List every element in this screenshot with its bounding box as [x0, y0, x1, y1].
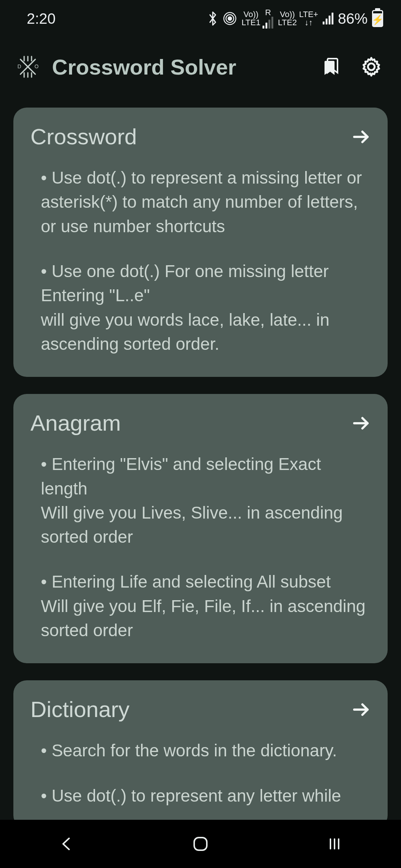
bullet-text: • Use dot(.) to represent a missing lett… — [41, 166, 371, 239]
signal-bars-icon — [263, 17, 273, 29]
data-arrows-icon: ↓↑ — [304, 19, 313, 27]
sim2-indicator: Vo)) LTE2 — [278, 10, 297, 27]
card-crossword[interactable]: Crossword • Use dot(.) to represent a mi… — [13, 108, 388, 377]
card-title: Dictionary — [30, 697, 130, 722]
svg-point-13 — [368, 63, 375, 70]
arrow-right-icon — [351, 414, 371, 433]
settings-button[interactable] — [356, 52, 386, 82]
card-dictionary[interactable]: Dictionary • Search for the words in the… — [13, 680, 388, 829]
gear-icon — [360, 56, 382, 78]
signal-bars-icon — [323, 13, 333, 24]
arrow-right-icon — [351, 127, 371, 147]
bookmarks-button[interactable] — [316, 52, 345, 82]
status-bar: 2:20 Vo)) LTE1 R — [0, 0, 401, 37]
app-logo-icon: D O — [15, 54, 41, 80]
nav-home-button[interactable] — [191, 835, 210, 853]
sim2-side: LTE+ ↓↑ — [299, 10, 318, 27]
hotspot-icon — [223, 11, 237, 26]
content-area: Crossword • Use dot(.) to represent a mi… — [0, 96, 401, 829]
svg-point-0 — [228, 17, 232, 20]
sim1-side: R — [263, 9, 273, 29]
nav-recents-button[interactable] — [326, 835, 343, 852]
bluetooth-icon — [207, 11, 218, 26]
app-header: D O Crossword Solver — [0, 37, 401, 96]
arrow-right-icon — [351, 700, 371, 719]
svg-text:D: D — [17, 63, 21, 69]
system-nav-bar — [0, 820, 401, 868]
card-title: Crossword — [30, 124, 137, 149]
bullet-text: • Entering Life and selecting All subset… — [41, 570, 371, 642]
status-time: 2:20 — [27, 10, 56, 27]
bullet-text: • Entering "Elvis" and selecting Exact l… — [41, 452, 371, 549]
card-anagram[interactable]: Anagram • Entering "Elvis" and selecting… — [13, 394, 388, 663]
sim1-indicator: Vo)) LTE1 — [241, 10, 260, 27]
bullet-text: • Use one dot(.) For one missing letter … — [41, 259, 371, 356]
app-title: Crossword Solver — [52, 55, 304, 79]
battery-icon: ⚡ — [372, 10, 383, 27]
nav-back-button[interactable] — [58, 835, 75, 852]
svg-rect-14 — [194, 838, 207, 850]
bullet-text: • Search for the words in the dictionary… — [41, 739, 371, 763]
card-title: Anagram — [30, 410, 121, 436]
bullet-text: • Use dot(.) to represent any letter whi… — [41, 784, 371, 808]
svg-text:O: O — [35, 63, 39, 69]
battery-percent: 86% — [338, 10, 368, 27]
bookmark-icon — [320, 56, 341, 77]
